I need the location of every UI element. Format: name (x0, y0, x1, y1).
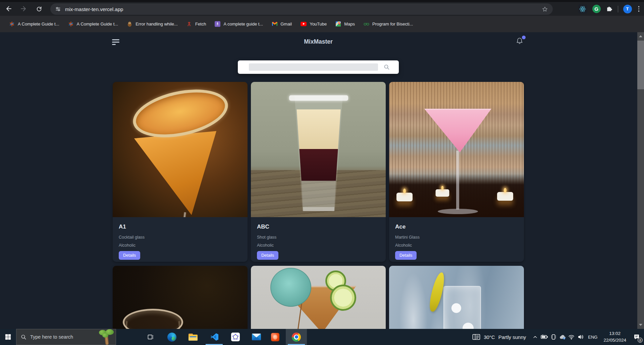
taskbar-app-geogebra[interactable] (225, 329, 246, 345)
clock-time: 13:02 (603, 330, 626, 337)
bookmark-label: Program for Bisecti... (372, 21, 413, 27)
language-indicator[interactable]: ENG (585, 335, 600, 340)
profile-avatar[interactable]: T (623, 5, 632, 13)
cocktail-glass: Cocktail glass (119, 235, 241, 240)
cocktail-card: Ace Martini Glass Alcoholic Details (389, 82, 524, 262)
gmail-icon (272, 21, 277, 27)
page-content: MixMaster A1 (113, 32, 524, 329)
cocktail-name: ABC (257, 224, 380, 230)
cocktail-glass: Shot glass (257, 235, 380, 240)
bookmark-item[interactable]: YouTube (296, 16, 331, 32)
taskbar-app-vscode[interactable] (204, 329, 225, 345)
action-center-button[interactable]: 2 (629, 329, 644, 345)
clock-date: 22/05/2024 (603, 337, 626, 344)
card-body: ABC Shot glass Alcoholic Details (251, 217, 386, 262)
office-icon (271, 333, 279, 341)
bookmark-item[interactable]: Fetch (182, 16, 211, 32)
bookmark-label: Fetch (195, 21, 206, 27)
vscode-icon (210, 333, 219, 341)
scroll-up-arrow[interactable] (637, 32, 644, 40)
grammarly-icon[interactable]: G (592, 5, 601, 13)
forward-button[interactable] (17, 3, 30, 15)
taskbar-app-office[interactable] (265, 329, 286, 345)
bookmark-label: A Complete Guide t... (18, 21, 59, 27)
react-devtools-icon[interactable] (578, 4, 587, 13)
bookmark-star-icon[interactable] (542, 6, 548, 12)
cocktail-search-input[interactable] (249, 63, 378, 71)
site-settings-icon[interactable] (55, 6, 61, 12)
search-card (238, 60, 399, 74)
cocktail-card (389, 266, 524, 329)
details-button[interactable]: Details (395, 251, 417, 260)
page-scrollbar[interactable] (637, 32, 644, 329)
bookmark-item[interactable]: Error handling while... (122, 16, 182, 32)
address-bar[interactable]: mix-master-ten.vercel.app (50, 3, 553, 15)
bookmark-item[interactable]: A Complete Guide t... (5, 16, 64, 32)
cocktail-category: Alcoholic (395, 243, 518, 248)
details-button[interactable]: Details (257, 251, 278, 260)
windows-logo-icon (5, 334, 11, 340)
scrollbar-thumb[interactable] (637, 41, 644, 89)
cocktail-grid: A1 Cocktail glass Alcoholic Details (113, 82, 524, 329)
reload-button[interactable] (33, 3, 45, 15)
weather-temp: 30°C (484, 334, 495, 340)
taskbar-search-box[interactable]: Type here to search (16, 329, 116, 345)
file-explorer-icon (189, 334, 198, 341)
antenna-icon (186, 21, 192, 27)
url-text[interactable]: mix-master-ten.vercel.app (65, 6, 542, 12)
maps-icon (335, 21, 341, 27)
bookmark-label: Maps (344, 21, 355, 27)
search-icon[interactable] (384, 64, 390, 71)
tray-chevron-icon[interactable] (531, 329, 540, 345)
cocktail-name: A1 (119, 224, 241, 230)
notification-dot (522, 36, 526, 39)
card-body: Ace Martini Glass Alcoholic Details (389, 217, 524, 262)
back-arrow-icon (5, 5, 12, 12)
forward-arrow-icon (20, 5, 27, 12)
webpage-viewport: MixMaster A1 (0, 32, 644, 329)
task-view-icon (148, 334, 154, 340)
extensions-cluster: G T (578, 2, 641, 16)
asterisk-icon (9, 21, 15, 27)
weather-widget[interactable]: 30°C Partly sunny (468, 329, 531, 345)
reload-icon (36, 6, 42, 12)
taskbar-tray: 30°C Partly sunny ENG 13:02 22/05/2024 2 (468, 329, 644, 345)
extensions-puzzle-icon[interactable] (606, 5, 613, 12)
bookmark-item[interactable]: A complete guide t... (210, 16, 267, 32)
scroll-down-arrow[interactable] (637, 321, 644, 329)
cocktail-photo-ace (389, 82, 524, 217)
wifi-icon[interactable] (567, 329, 576, 345)
task-view-button[interactable] (143, 329, 159, 345)
taskbar-app-edge[interactable] (161, 329, 182, 345)
bookmarks-bar: A Complete Guide t... A Complete Guide t… (0, 16, 644, 32)
bookmark-item[interactable]: Gmail (267, 16, 296, 32)
details-button[interactable]: Details (119, 251, 140, 260)
taskbar-clock[interactable]: 13:02 22/05/2024 (600, 330, 629, 343)
taskbar-app-mail[interactable] (246, 329, 267, 345)
onedrive-icon[interactable] (558, 329, 567, 345)
weather-condition: Partly sunny (498, 334, 526, 340)
notification-bell-icon[interactable] (516, 37, 525, 46)
bookmark-item[interactable]: Maps (331, 16, 359, 32)
start-button[interactable] (0, 329, 16, 345)
page-title: MixMaster (113, 38, 524, 45)
taskbar-app-chrome[interactable] (286, 329, 307, 345)
bookmark-item[interactable]: Program for Bisecti... (359, 16, 417, 32)
screen: mix-master-ten.vercel.app G T A Complete… (0, 0, 644, 345)
volume-icon[interactable] (576, 329, 585, 345)
bookmark-label: Error handling while... (136, 21, 178, 27)
bookmark-item[interactable]: A Complete Guide t... (64, 16, 123, 32)
cocktail-photo-dark-shot (113, 266, 248, 329)
back-button[interactable] (3, 3, 15, 15)
bookmark-label: YouTube (310, 21, 327, 27)
battery-icon[interactable] (540, 329, 549, 345)
cocktail-card (113, 266, 248, 329)
phone-link-icon[interactable] (549, 329, 558, 345)
taskbar-app-file-explorer[interactable] (182, 329, 204, 345)
search-doodle-tree (98, 329, 115, 345)
edge-icon (167, 333, 176, 342)
browser-menu-icon[interactable] (637, 6, 641, 12)
chrome-icon (292, 333, 301, 342)
cocktail-photo-a1 (113, 82, 248, 217)
cocktail-card (251, 266, 386, 329)
